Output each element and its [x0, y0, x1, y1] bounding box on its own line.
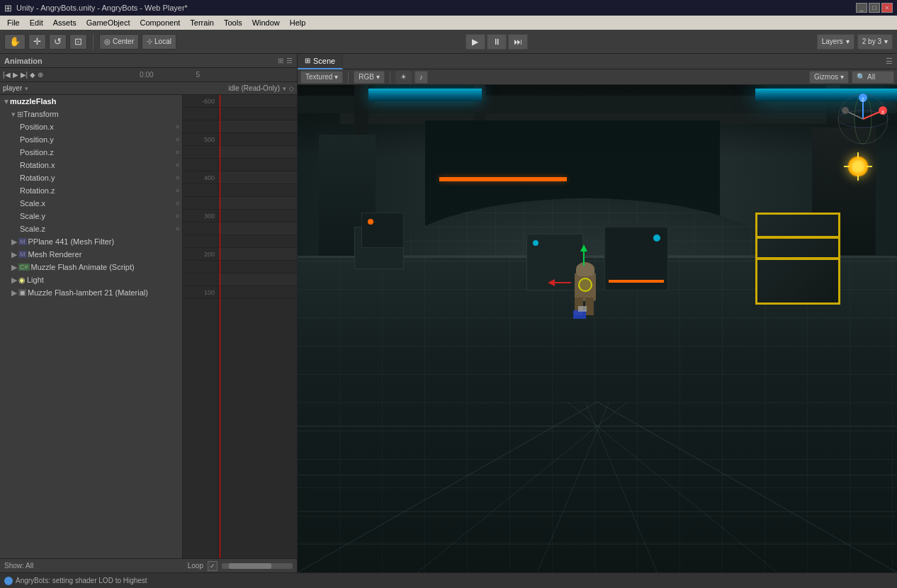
pause-button[interactable]: ⏸ [487, 34, 507, 50]
menu-assets[interactable]: Assets [49, 18, 81, 28]
add-curve-icon: ≡ [176, 162, 179, 169]
material-icon: ◼ [18, 289, 26, 296]
show-label: Show: All [4, 562, 33, 570]
timeline-marker-5: 5 [196, 71, 201, 79]
gizmos-button[interactable]: Gizmos ▾ [809, 71, 849, 84]
title-bar: ⊞ Unity - AngryBots.unity - AngryBots - … [0, 0, 897, 16]
scene-panel-menu[interactable]: ☰ [881, 57, 897, 66]
expand-arrow-icon: ▶ [11, 237, 17, 247]
add-curve-icon: ≡ [176, 187, 179, 194]
scene-tab[interactable]: ⊞ Scene [298, 54, 343, 69]
local-toggle-button[interactable]: ⊹ Local [142, 34, 176, 50]
tree-item-material[interactable]: ▶ ◼ Muzzle Flash-lambert 21 (Material) [0, 286, 182, 299]
scene-audio-toggle[interactable]: ♪ [414, 71, 428, 84]
loop-label: Loop [188, 562, 203, 570]
anim-add-keyframe[interactable]: ◆ [30, 71, 35, 79]
scene-tab-bar: ⊞ Scene ☰ [298, 54, 897, 69]
hand-tool-button[interactable]: ✋ [4, 34, 26, 50]
menu-gameobject[interactable]: GameObject [82, 18, 135, 28]
state-dropdown-icon: ▾ [283, 85, 286, 92]
anim-next-keyframe[interactable]: ▶| [21, 71, 28, 79]
tree-item-scalex[interactable]: Scale.x ≡ [0, 197, 182, 210]
tree-item-scaley[interactable]: Scale.y ≡ [0, 210, 182, 222]
tree-item-positionx[interactable]: Position.x ≡ [0, 120, 182, 133]
tree-item-script[interactable]: ▶ C# Muzzle Flash Animate (Script) [0, 261, 182, 273]
rgb-dropdown[interactable]: RGB ▾ [354, 71, 385, 84]
anim-play-btn[interactable]: ▶ [13, 71, 18, 79]
search-field[interactable]: 🔍 All [852, 71, 894, 84]
anim-scrollbar[interactable] [222, 563, 293, 569]
expand-arrow-icon: ▶ [11, 263, 17, 272]
anim-prev-keyframe[interactable]: |◀ [3, 71, 11, 79]
tree-label: Scale.x [20, 199, 45, 208]
menu-file[interactable]: File [3, 18, 24, 28]
tree-item-positiony[interactable]: Position.y ≡ [0, 133, 182, 146]
hierarchy-column: ▾ muzzleFlash ▾ ⊞ Transform Position.x ≡… [0, 95, 183, 558]
menu-component[interactable]: Component [135, 18, 184, 28]
tree-label: Rotation.x [20, 161, 55, 169]
scene-toolbar-sep-2 [390, 72, 390, 83]
tree-label: muzzleFlash [10, 97, 56, 106]
nav-gizmo-svg: Z X [835, 91, 891, 147]
layers-dropdown[interactable]: Layers ▾ [817, 34, 854, 50]
gizmos-chevron-icon: ▾ [840, 73, 844, 81]
minimize-button[interactable]: _ [856, 3, 867, 13]
close-button[interactable]: × [881, 3, 893, 13]
play-button[interactable]: ▶ [466, 34, 485, 50]
scene-lighting-toggle[interactable]: ☀ [395, 71, 412, 84]
tree-item-rotationx[interactable]: Rotation.x ≡ [0, 159, 182, 171]
state-label: idle (Read-Only) [228, 84, 280, 92]
tree-item-rotationy[interactable]: Rotation.y ≡ [0, 171, 182, 184]
unity-logo-icon: ⊞ [4, 3, 12, 13]
local-icon: ⊹ [147, 38, 152, 45]
anim-add-event[interactable]: ⊕ [38, 71, 43, 79]
loop-toggle[interactable]: ✓ [208, 561, 218, 571]
animation-panel-menu[interactable]: ☰ [286, 57, 293, 64]
center-toggle-button[interactable]: ◎ Center [99, 34, 139, 50]
tree-label: Rotation.y [20, 174, 55, 182]
player-row: player ▾ idle (Read-Only) ▾ ◇ [0, 82, 297, 95]
menu-window[interactable]: Window [248, 18, 284, 28]
add-curve-icon: ≡ [176, 225, 179, 232]
menu-edit[interactable]: Edit [26, 18, 47, 28]
window-controls[interactable]: _ □ × [856, 3, 893, 13]
tree-label: Scale.y [20, 212, 45, 220]
add-curve-icon: ≡ [176, 200, 179, 207]
all-label: All [867, 73, 875, 81]
tree-item-scalez[interactable]: Scale.z ≡ [0, 222, 182, 235]
step-button[interactable]: ⏭ [508, 34, 528, 50]
scale-tool-button[interactable]: ⊡ [69, 34, 87, 50]
animation-panel-maximize[interactable]: ⊞ [278, 57, 283, 64]
move-tool-button[interactable]: ✛ [28, 34, 46, 50]
animation-controls: |◀ ▶ ▶| ◆ ⊕ 0:00 5 [0, 68, 297, 82]
textured-dropdown[interactable]: Textured ▾ [300, 71, 343, 84]
meshrenderer-icon: M [18, 251, 27, 258]
status-icon [4, 577, 13, 585]
expand-arrow-icon: ▾ [4, 97, 9, 106]
svg-point-10 [842, 107, 849, 114]
layout-dropdown[interactable]: 2 by 3 ▾ [857, 34, 893, 50]
tree-item-muzzleflash[interactable]: ▾ muzzleFlash [0, 95, 182, 108]
textured-chevron-icon: ▾ [334, 73, 338, 81]
tree-label: Rotation.z [20, 186, 55, 195]
state-arrow-icon: ◇ [289, 85, 294, 92]
nav-gizmo[interactable]: Z X [835, 91, 891, 147]
right-boxes [734, 213, 840, 326]
tree-label: Position.z [20, 148, 54, 157]
rotate-tool-button[interactable]: ↺ [49, 34, 67, 50]
tree-item-transform[interactable]: ▾ ⊞ Transform [0, 108, 182, 120]
search-icon: 🔍 [857, 73, 865, 81]
maximize-button[interactable]: □ [869, 3, 880, 13]
menu-tools[interactable]: Tools [220, 18, 247, 28]
menu-help[interactable]: Help [286, 18, 310, 28]
tree-item-light[interactable]: ▶ ◉ Light [0, 273, 182, 286]
tree-item-meshrenderer[interactable]: ▶ M Mesh Renderer [0, 248, 182, 261]
tree-item-meshfilter[interactable]: ▶ M PPlane 441 (Mesh Filter) [0, 235, 182, 248]
tree-item-positionz[interactable]: Position.z ≡ [0, 146, 182, 159]
window-title: Unity - AngryBots.unity - AngryBots - We… [16, 4, 188, 12]
scene-viewport[interactable]: Z X [298, 85, 897, 572]
animation-title: Animation [4, 57, 43, 65]
tree-item-rotationz[interactable]: Rotation.z ≡ [0, 184, 182, 197]
menu-terrain[interactable]: Terrain [186, 18, 218, 28]
transform-icon: ⊞ [17, 110, 23, 119]
